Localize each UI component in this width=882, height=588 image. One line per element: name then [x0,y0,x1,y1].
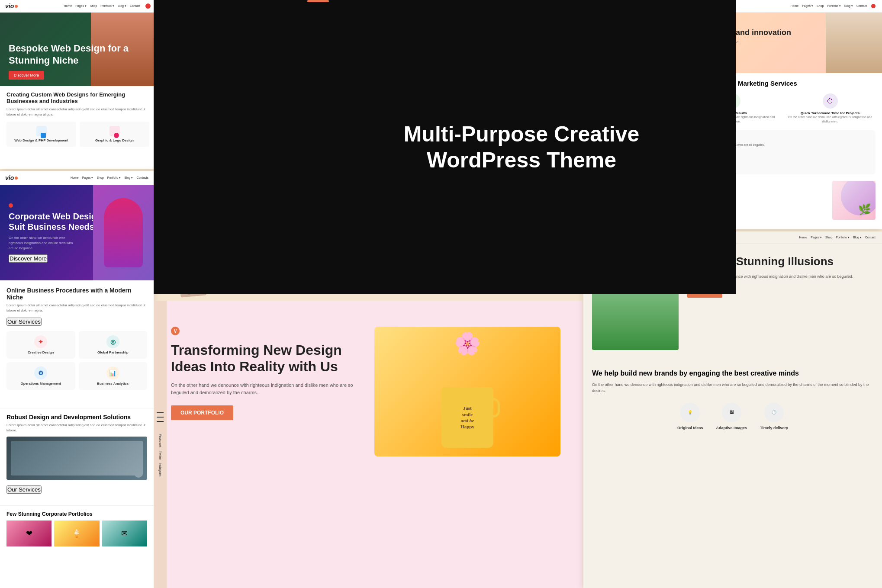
section-divider-2 [0,505,154,506]
menu-icon-line2 [157,417,164,418]
mid-left-nav: Home Pages ▾ Shop Portfolio ▾ Blog ▾ Con… [71,176,148,180]
mid-left-services-btn[interactable]: Our Services [6,318,42,326]
top-left-content: Creating Custom Web Designs for Emerging… [0,86,156,152]
top-right-nav: Home Pages ▾ Shop Portfolio ▾ Blog ▾ Con… [790,4,867,8]
plant-icon: 🌿 [858,203,871,215]
top-left-nav: Home Pages ▾ Shop Portfolio ▾ Blog ▾ Con… [64,4,140,8]
mug-handle [493,398,500,418]
portfolio-thumb-1: ❤ [6,521,52,546]
mid-left-hero-text-p: On the other hand we denounce with right… [9,235,78,251]
hero2-accent-dot [9,203,13,208]
panel-top-left: vio Home Pages ▾ Shop Portfolio ▾ Blog ▾… [0,0,156,169]
envelope-icon: ✉ [121,529,128,538]
office-image: 🛡 [6,437,147,480]
feature-business-analytics: 📊 Business Analytics [79,362,148,390]
section-divider-1 [0,408,154,408]
service-card-1: Web Design & PHP Development [6,122,76,147]
mug-text: Justsmileand beHappy [460,405,474,430]
hero-tagline: Multi-Purpose CreativeWordPress Theme [307,0,736,294]
graphic-design-icon [109,126,120,136]
heart-icon: ❤ [26,529,32,538]
icon-original-ideas: 💡 Original Ideas [677,403,703,430]
bottom-center-panel: Facebook Twitter Instagram V Transformin… [154,301,582,588]
cart-icon [145,3,151,9]
person-img-tr [826,13,882,73]
analytics-icon: 📊 [106,366,119,379]
portfolio-section: Few Stunning Corporate Portfolios ❤ 🍦 ✉ [0,511,154,553]
menu-icon-line1 [157,412,164,413]
operations-icon: ⚙ [34,366,47,379]
sidebar-label-twitter: Twitter [159,451,162,460]
mid-left-logo-dot [15,177,18,180]
bottom-right-icons-row: 💡 Original Ideas 🖼 Adaptive Images 🕐 Tim… [592,403,873,430]
icon-adaptive-images: 🖼 Adaptive Images [716,403,747,430]
top-right-person-img [826,13,882,73]
services-grid: Web Design & PHP Development Graphic & L… [6,122,149,147]
menu-icon-line3 [157,421,164,422]
logo-dot [15,5,18,8]
top-left-hero-btn[interactable]: Discover More [9,71,44,80]
robust-section: Robust Design and Development Solutions … [0,414,154,500]
star-icon: 🍦 [72,529,81,538]
bottom-center-image-area: 🌸 Justsmileand beHappy [374,327,560,456]
bottom-right-nav: Home Pages ▾ Shop Portfolio ▾ Blog ▾ Con… [799,236,876,239]
top-right-cart-icon [871,4,876,8]
mug-visual: Justsmileand beHappy [441,387,493,448]
robust-services-btn[interactable]: Our Services [6,485,42,494]
sidebar-label-instagram: Instagram [159,463,162,476]
office-img-bg [6,437,147,480]
feature-turnaround: ⏱ Quick Turnaround Time for Projects On … [785,93,876,124]
panel-mid-left: vio Home Pages ▾ Shop Portfolio ▾ Blog ▾… [0,171,154,588]
top-left-hero: Bespoke Web Design for a Stunning Niche … [0,13,156,86]
lightbulb-icon: 💡 [680,403,700,422]
creative-design-icon: ✦ [34,335,47,348]
global-partnership-icon: ◎ [106,335,119,348]
shield-icon: 🛡 [134,469,143,478]
mid-left-hero-person [93,185,154,280]
bottom-center-portfolio-btn[interactable]: OUR PORTFOLIO [171,405,233,420]
bottom-center-heading: Transforming New Design Ideas Into Reali… [171,342,357,375]
icon-timely-delivery: 🕐 Timely delivery [760,403,788,430]
mid-left-hero-btn[interactable]: Discover More [9,254,48,263]
bottom-center-text-p: On the other hand we denounce with right… [171,382,357,397]
flower-icon: 🌸 [454,331,481,356]
mid-left-hero: Corporate Web Design Ideas to Suit Busin… [0,185,154,280]
bottom-center-content: V Transforming New Design Ideas Into Rea… [154,301,582,474]
turnaround-icon: ⏱ [823,93,838,109]
sidebar-label-facebook: Facebook [159,434,162,447]
mid-left-logo: vio [5,174,18,181]
center-hero-panel: vio Multi-Purpose CreativeWordPress Them… [154,0,582,294]
bottom-center-sidebar: Facebook Twitter Instagram [154,301,167,588]
mid-left-content: Online Business Procedures with a Modern… [0,280,154,403]
person-silhouette-ml [104,198,143,267]
bottom-center-text: V Transforming New Design Ideas Into Rea… [171,327,357,420]
service-card-2: Graphic & Logo Design [80,122,149,147]
feature-creative-design: ✦ Creative Design [6,331,75,359]
hero-divider [307,0,329,2]
bottom-right-bottom: We help build new brands by engaging the… [583,361,882,439]
mid-left-features: ✦ Creative Design ◎ Global Partnership ⚙… [6,331,147,390]
top-left-navbar: vio Home Pages ▾ Shop Portfolio ▾ Blog ▾… [0,0,156,13]
vio-v-icon: V [171,327,180,335]
feature-operations: ⚙ Operations Management [6,362,75,390]
image-icon: 🖼 [722,403,741,422]
mid-left-navbar: vio Home Pages ▾ Shop Portfolio ▾ Blog ▾… [0,171,154,185]
feature-global-partnership: ◎ Global Partnership [79,331,148,359]
portfolio-thumb-3: ✉ [102,521,147,546]
portfolio-thumbs: ❤ 🍦 ✉ [6,521,147,546]
web-design-icon [36,126,47,136]
learn-image: 🌿 [832,181,876,220]
top-left-logo: vio [5,3,18,10]
clock-icon: 🕐 [764,403,784,422]
portfolio-thumb-2: 🍦 [54,521,99,546]
top-left-hero-text: Bespoke Web Design for a Stunning Niche … [9,42,147,80]
